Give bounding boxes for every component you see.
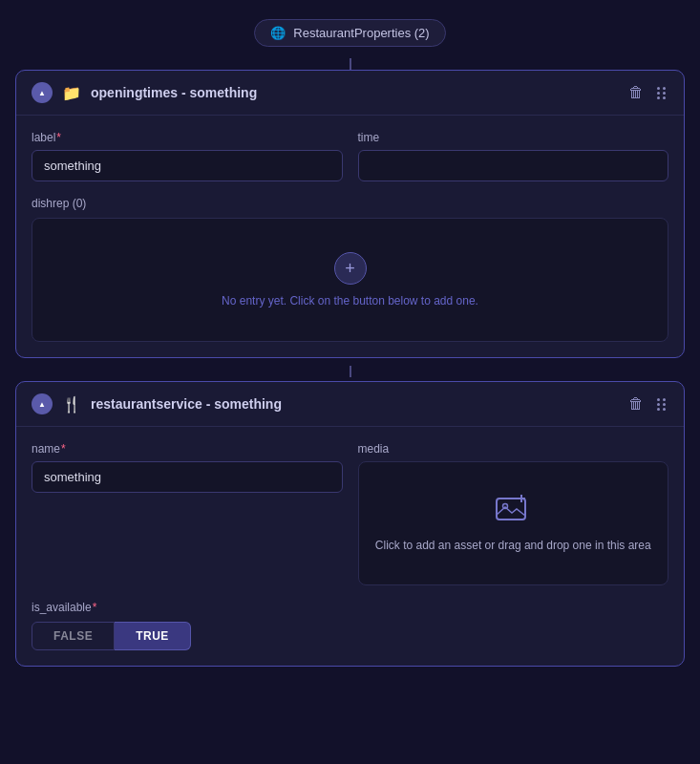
- connector-top: [350, 58, 351, 70]
- card-openingtimes: 📁 openingtimes - something 🗑 label* time: [15, 70, 685, 358]
- name-input[interactable]: [32, 461, 343, 493]
- time-field-label: time: [358, 131, 669, 144]
- is-available-star: *: [93, 601, 97, 614]
- card1-collapse-btn[interactable]: [32, 82, 53, 103]
- label-input[interactable]: [32, 150, 343, 181]
- dishrep-section: dishrep (0) + No entry yet. Click on the…: [32, 197, 668, 342]
- folder-icon: 📁: [62, 84, 81, 102]
- media-field-group: media Click to add an asset or drag and …: [358, 442, 669, 585]
- connector-middle: [350, 366, 351, 377]
- card2-title: restaurantservice - something: [91, 396, 617, 412]
- card1-delete-btn[interactable]: 🗑: [626, 82, 646, 103]
- badge-label: RestaurantProperties (2): [293, 26, 429, 40]
- utensils-icon: 🍴: [62, 395, 81, 414]
- dots-grid-icon: [657, 87, 667, 99]
- card2-top-row: name* media: [32, 442, 668, 585]
- dishrep-empty-area: + No entry yet. Click on the button belo…: [32, 218, 668, 342]
- card2-delete-btn[interactable]: 🗑: [626, 393, 646, 414]
- true-btn[interactable]: TRUE: [115, 622, 191, 650]
- time-field-group: time: [358, 131, 669, 181]
- label-required-star: *: [56, 131, 61, 144]
- image-upload-icon: [496, 494, 530, 529]
- name-field-label: name*: [32, 442, 343, 456]
- card2-actions: 🗑: [626, 393, 668, 414]
- time-input[interactable]: [358, 150, 669, 181]
- is-available-label: is_available*: [32, 601, 668, 614]
- name-field-group: name*: [32, 442, 343, 493]
- card-restaurantservice: 🍴 restaurantservice - something 🗑 name* …: [15, 381, 685, 667]
- card2-collapse-btn[interactable]: [32, 393, 53, 414]
- dishrep-add-btn[interactable]: +: [334, 252, 367, 285]
- card1-header: 📁 openingtimes - something 🗑: [16, 71, 684, 116]
- card1-title: openingtimes - something: [91, 85, 617, 100]
- media-upload-area[interactable]: Click to add an asset or drag and drop o…: [358, 461, 669, 585]
- card2-menu-btn[interactable]: [655, 396, 668, 413]
- dishrep-label: dishrep (0): [32, 197, 668, 210]
- card2-body: name* media: [16, 427, 684, 666]
- card1-body: label* time dishrep (0) + No entry yet. …: [16, 116, 684, 357]
- card1-menu-btn[interactable]: [655, 85, 668, 101]
- card1-actions: 🗑: [626, 82, 668, 103]
- false-btn[interactable]: FALSE: [32, 622, 115, 650]
- dots-grid-icon-2: [657, 398, 667, 411]
- is-available-section: is_available* FALSE TRUE: [32, 601, 668, 650]
- label-field-group: label*: [32, 131, 343, 181]
- media-field-label: media: [358, 442, 669, 456]
- bool-button-group: FALSE TRUE: [32, 622, 668, 650]
- card2-header: 🍴 restaurantservice - something 🗑: [16, 382, 684, 427]
- card1-top-row: label* time: [32, 131, 668, 181]
- dishrep-empty-text: No entry yet. Click on the button below …: [222, 294, 478, 308]
- media-upload-text: Click to add an asset or drag and drop o…: [375, 537, 651, 554]
- top-badge[interactable]: 🌐 RestaurantProperties (2): [254, 19, 445, 47]
- globe-icon: 🌐: [270, 26, 286, 40]
- name-required-star: *: [61, 442, 66, 456]
- label-field-label: label*: [32, 131, 343, 144]
